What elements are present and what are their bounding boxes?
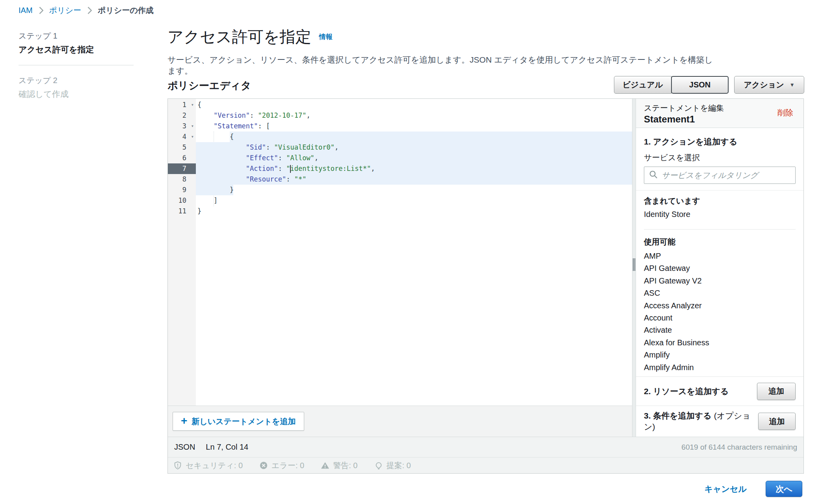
tab-visual[interactable]: ビジュアル [614, 76, 671, 94]
service-item[interactable]: API Gateway [644, 262, 796, 274]
step2-title: 確認して作成 [19, 89, 134, 100]
fold-arrow-icon[interactable]: ▾ [191, 121, 194, 132]
step-divider [19, 65, 134, 65]
add-resource-button[interactable]: 追加 [757, 383, 796, 400]
line-number: 6 [168, 153, 196, 163]
selection-highlight [230, 132, 632, 142]
line-number: 11 [168, 206, 196, 217]
service-item[interactable]: Account [644, 312, 796, 324]
editor-toolbar: ビジュアル JSON アクション ▼ [614, 76, 804, 94]
steps-nav: ステップ 1 アクセス許可を指定 ステップ 2 確認して作成 [19, 31, 134, 100]
code-line-7[interactable]: 7 "Action": "identitystore:List*", [168, 163, 632, 174]
cursor-position: Ln 7, Col 14 [206, 443, 248, 452]
step1-label: ステップ 1 [19, 31, 134, 41]
step1-title[interactable]: アクセス許可を指定 [19, 44, 134, 55]
issue-error-indicator: エラー: 0 [259, 460, 304, 471]
policy-editor-heading: ポリシーエディタ [167, 79, 251, 93]
service-item[interactable]: Amplify Admin [644, 361, 796, 374]
included-label: 含まれています [644, 196, 796, 206]
service-filter-input[interactable] [662, 171, 790, 180]
line-number: 8 [168, 174, 196, 185]
page-header: アクセス許可を指定情報 サービス、アクション、リソース、条件を選択してアクセス許… [167, 26, 719, 76]
line-number: 9 [168, 185, 196, 195]
service-item[interactable]: Amplify UI Builder [644, 374, 796, 376]
step2-label: ステップ 2 [19, 75, 134, 86]
issue-warning-indicator: 警告: 0 [321, 460, 357, 471]
code-line-6[interactable]: 6 "Effect": "Allow", [168, 153, 632, 163]
code-line-5[interactable]: 5 "Sid": "VisualEditor0", [168, 142, 632, 153]
issue-label: 提案: 0 [387, 460, 411, 471]
line-number: 10 [168, 195, 196, 206]
tab-json[interactable]: JSON [671, 76, 729, 94]
add-statement-row: + 新しいステートメントを追加 [168, 406, 632, 437]
issue-label: セキュリティ: 0 [186, 460, 243, 471]
breadcrumb-link-iam[interactable]: IAM [19, 6, 33, 15]
available-services-list: AMPAPI GatewayAPI Gateway V2ASCAccess An… [644, 250, 796, 376]
code-line-3[interactable]: 3▾ "Statement": [ [168, 121, 632, 132]
actions-button-label: アクション [744, 80, 784, 90]
code-line-10[interactable]: 10 ] [168, 195, 632, 206]
select-service-label: サービスを選択 [644, 152, 796, 163]
issue-bulb-indicator: 提案: 0 [374, 460, 411, 471]
chevron-right-icon [39, 7, 43, 14]
pane-resize-handle[interactable] [632, 99, 636, 437]
line-number: 5 [168, 142, 196, 153]
add-statement-button[interactable]: + 新しいステートメントを追加 [173, 412, 304, 431]
editor-mode-label: JSON [174, 443, 195, 452]
service-filter-box [644, 167, 796, 184]
wizard-footer: キャンセル 次へ [705, 481, 802, 497]
add-condition-button[interactable]: 追加 [758, 413, 796, 430]
line-number: 3▾ [168, 121, 196, 132]
code-line-8[interactable]: 8 "Resource": "*" [168, 174, 632, 185]
page-subtitle: サービス、アクション、リソース、条件を選択してアクセス許可を追加します。JSON… [167, 54, 719, 76]
included-service-item[interactable]: Identity Store [644, 210, 796, 219]
service-item[interactable]: ASC [644, 287, 796, 299]
service-item[interactable]: Access Analyzer [644, 300, 796, 312]
iam-create-policy-page: IAM ポリシー ポリシーの作成 ステップ 1 アクセス許可を指定 ステップ 2… [0, 0, 822, 504]
cancel-button[interactable]: キャンセル [705, 484, 747, 495]
add-conditions-title: 3. 条件を追加する [644, 411, 712, 420]
line-number: 2 [168, 110, 196, 121]
add-resources-section: 2. リソースを追加する 追加 [636, 376, 803, 406]
add-actions-section-title: 1. アクションを追加する [644, 136, 796, 147]
statement-panel-header: ステートメントを編集 Statement1 削除 [636, 99, 803, 128]
breadcrumb-link-policies[interactable]: ポリシー [49, 5, 81, 16]
info-link[interactable]: 情報 [319, 33, 333, 41]
issue-label: エラー: 0 [272, 460, 304, 471]
issues-bar: セキュリティ: 0エラー: 0警告: 0提案: 0 [168, 457, 803, 473]
page-title: アクセス許可を指定 [167, 28, 311, 45]
editor-status-bar: JSON Ln 7, Col 14 6019 of 6144 character… [168, 437, 803, 457]
fold-arrow-icon[interactable]: ▾ [191, 132, 194, 142]
add-resources-title: 2. リソースを追加する [644, 386, 729, 397]
policy-editor-panel: 1▾{2 "Version": "2012-10-17",3▾ "Stateme… [167, 98, 804, 474]
issue-label: 警告: 0 [333, 460, 357, 471]
code-line-11[interactable]: 11} [168, 206, 632, 217]
delete-statement-button[interactable]: 削除 [777, 107, 793, 118]
edit-statement-label: ステートメントを編集 [644, 103, 796, 113]
line-number: 7 [168, 163, 196, 174]
code-line-1[interactable]: 1▾{ [168, 100, 632, 110]
code-line-4[interactable]: 4▾ { [168, 132, 632, 142]
service-item[interactable]: Amplify [644, 349, 796, 361]
json-code-editor[interactable]: 1▾{2 "Version": "2012-10-17",3▾ "Stateme… [168, 99, 632, 406]
line-number: 1▾ [168, 100, 196, 110]
service-item[interactable]: Alexa for Business [644, 337, 796, 349]
plus-icon: + [181, 415, 187, 426]
shield-icon [173, 461, 182, 470]
code-line-2[interactable]: 2 "Version": "2012-10-17", [168, 110, 632, 121]
service-item[interactable]: Activate [644, 324, 796, 336]
editor-mode-segmented-control: ビジュアル JSON [614, 76, 729, 94]
service-item[interactable]: AMP [644, 250, 796, 262]
code-line-9[interactable]: 9 } [168, 185, 632, 195]
json-editor-pane: 1▾{2 "Version": "2012-10-17",3▾ "Stateme… [168, 99, 632, 437]
actions-button[interactable]: アクション ▼ [734, 76, 804, 94]
breadcrumb-current: ポリシーの作成 [98, 5, 154, 16]
next-button[interactable]: 次へ [766, 481, 802, 497]
service-item[interactable]: API Gateway V2 [644, 275, 796, 287]
fold-arrow-icon[interactable]: ▾ [191, 100, 194, 110]
characters-remaining: 6019 of 6144 characters remaining [681, 443, 797, 452]
add-statement-label: 新しいステートメントを追加 [192, 416, 296, 427]
error-icon [259, 461, 268, 470]
add-conditions-section: 3. 条件を追加する (オプション) 追加 [636, 406, 803, 437]
issue-shield-indicator: セキュリティ: 0 [173, 460, 243, 471]
